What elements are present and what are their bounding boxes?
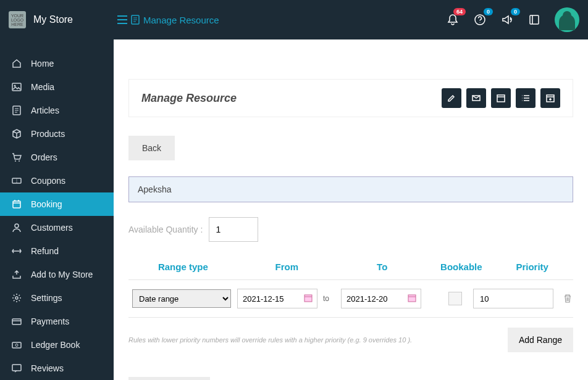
top-bar: YOURLOGOHERE My Store Manage Resource 64… bbox=[0, 0, 588, 39]
svg-point-10 bbox=[15, 224, 19, 228]
sidebar-item-products[interactable]: Products bbox=[0, 122, 114, 146]
settings-icon bbox=[11, 292, 22, 304]
svg-rect-13 bbox=[12, 342, 21, 348]
sidebar-item-customers[interactable]: Customers bbox=[0, 216, 114, 239]
svg-rect-2 bbox=[530, 15, 539, 24]
sidebar-item-label: Add to My Store bbox=[31, 270, 93, 279]
table-header: Range type From To Bookable Priority bbox=[128, 254, 573, 279]
sidebar-item-label: Booking bbox=[31, 199, 62, 209]
notification-icon[interactable]: 64 bbox=[446, 13, 460, 27]
sidebar-item-settings[interactable]: Settings bbox=[0, 286, 114, 310]
svg-point-7 bbox=[19, 160, 20, 162]
sidebar-item-label: Ledger Book bbox=[31, 340, 80, 350]
range-type-select[interactable]: Date range bbox=[132, 289, 231, 308]
payments-icon bbox=[11, 316, 22, 327]
sidebar-item-orders[interactable]: Orders bbox=[0, 146, 114, 169]
svg-rect-3 bbox=[12, 83, 21, 91]
rules-hint: Rules with lower priority numbers will o… bbox=[128, 336, 412, 344]
bookable-checkbox[interactable] bbox=[448, 292, 462, 305]
quantity-input[interactable] bbox=[209, 217, 258, 242]
list-button[interactable] bbox=[516, 88, 536, 108]
sidebar-item-addstore[interactable]: Add to My Store bbox=[0, 263, 114, 286]
store-name: My Store bbox=[33, 14, 73, 25]
sidebar-item-booking[interactable]: Booking bbox=[0, 192, 114, 216]
quantity-label: Available Quantity : bbox=[128, 225, 203, 234]
svg-rect-9 bbox=[13, 201, 20, 208]
help-icon[interactable]: 0 bbox=[473, 13, 487, 27]
col-range-type: Range type bbox=[128, 262, 238, 272]
sidebar-item-media[interactable]: Media bbox=[0, 75, 114, 99]
announcement-icon[interactable]: 0 bbox=[500, 13, 514, 27]
sidebar-item-payments[interactable]: Payments bbox=[0, 310, 114, 333]
availability-table: Range type From To Bookable Priority Dat… bbox=[128, 254, 573, 318]
store-logo: YOURLOGOHERE bbox=[9, 11, 26, 28]
announce-badge: 0 bbox=[511, 8, 520, 15]
document-icon bbox=[131, 15, 140, 25]
refund-icon bbox=[11, 246, 22, 257]
hamburger-icon[interactable] bbox=[117, 15, 127, 24]
sidebar-item-ledger[interactable]: Ledger Book bbox=[0, 333, 114, 357]
svg-point-11 bbox=[15, 297, 18, 299]
sidebar-item-label: Orders bbox=[31, 152, 57, 162]
reviews-icon bbox=[11, 363, 22, 374]
topbar-actions: 64 0 0 bbox=[446, 7, 579, 32]
media-icon bbox=[11, 81, 22, 93]
delete-icon[interactable] bbox=[563, 294, 573, 304]
col-to: To bbox=[333, 262, 431, 272]
sidebar-item-label: Reviews bbox=[31, 363, 64, 373]
orders-icon bbox=[11, 152, 22, 163]
svg-rect-12 bbox=[12, 319, 21, 324]
sidebar-item-label: Customers bbox=[31, 223, 73, 233]
home-icon bbox=[11, 58, 22, 69]
svg-rect-19 bbox=[304, 295, 312, 302]
sidebar-item-reviews[interactable]: Reviews bbox=[0, 357, 114, 380]
sidebar-item-label: Coupons bbox=[31, 176, 65, 186]
breadcrumb-text[interactable]: Manage Resource bbox=[143, 15, 219, 25]
sidebar-item-label: Home bbox=[31, 59, 54, 68]
products-icon bbox=[11, 128, 22, 139]
page-header: Manage Resource bbox=[128, 79, 573, 117]
coupons-icon bbox=[11, 175, 22, 186]
sidebar-item-refund[interactable]: Refund bbox=[0, 239, 114, 263]
col-bookable: Bookable bbox=[431, 262, 491, 272]
sidebar-item-label: Refund bbox=[31, 246, 59, 256]
addstore-icon bbox=[11, 269, 22, 280]
breadcrumb: Manage Resource bbox=[117, 15, 219, 25]
col-from: From bbox=[238, 262, 336, 272]
sidebar-item-coupons[interactable]: Coupons bbox=[0, 169, 114, 192]
add-range-button[interactable]: Add Range bbox=[508, 328, 573, 352]
help-badge: 0 bbox=[484, 8, 493, 15]
table-row: Date range to bbox=[128, 279, 573, 318]
sidebar-item-label: Settings bbox=[31, 293, 62, 303]
priority-input[interactable] bbox=[473, 289, 553, 308]
page-title: Manage Resource bbox=[141, 92, 237, 105]
notification-badge: 64 bbox=[453, 8, 466, 15]
sidebar-item-label: Media bbox=[31, 82, 54, 92]
header-actions bbox=[442, 88, 560, 108]
book-icon[interactable] bbox=[527, 13, 541, 27]
col-priority: Priority bbox=[491, 262, 573, 272]
resource-name-display: Apeksha bbox=[128, 176, 573, 202]
main-content: Manage Resource Back Apeksha Available Q… bbox=[114, 39, 588, 380]
calendar-icon[interactable] bbox=[408, 294, 418, 304]
sidebar-item-home[interactable]: Home bbox=[0, 52, 114, 75]
user-avatar[interactable] bbox=[555, 7, 579, 32]
sidebar-item-label: Payments bbox=[31, 316, 69, 326]
sidebar-item-articles[interactable]: Articles bbox=[0, 99, 114, 122]
calendar-icon[interactable] bbox=[304, 294, 314, 304]
edit-button[interactable] bbox=[442, 88, 461, 108]
mail-button[interactable] bbox=[466, 88, 486, 108]
articles-icon bbox=[11, 105, 22, 116]
sidebar-item-label: Articles bbox=[31, 105, 59, 115]
customers-icon bbox=[11, 222, 22, 233]
calendar-add-button[interactable] bbox=[540, 88, 560, 108]
sidebar: Home Media Articles Products Orders Coup… bbox=[0, 39, 114, 380]
save-changes-button[interactable]: Save Changes bbox=[128, 377, 210, 380]
booking-icon bbox=[11, 199, 22, 210]
svg-point-6 bbox=[15, 160, 16, 162]
svg-rect-17 bbox=[497, 95, 505, 102]
calendar-button[interactable] bbox=[491, 88, 511, 108]
ledger-icon bbox=[11, 339, 22, 350]
back-button[interactable]: Back bbox=[128, 136, 175, 160]
svg-rect-15 bbox=[12, 365, 21, 371]
